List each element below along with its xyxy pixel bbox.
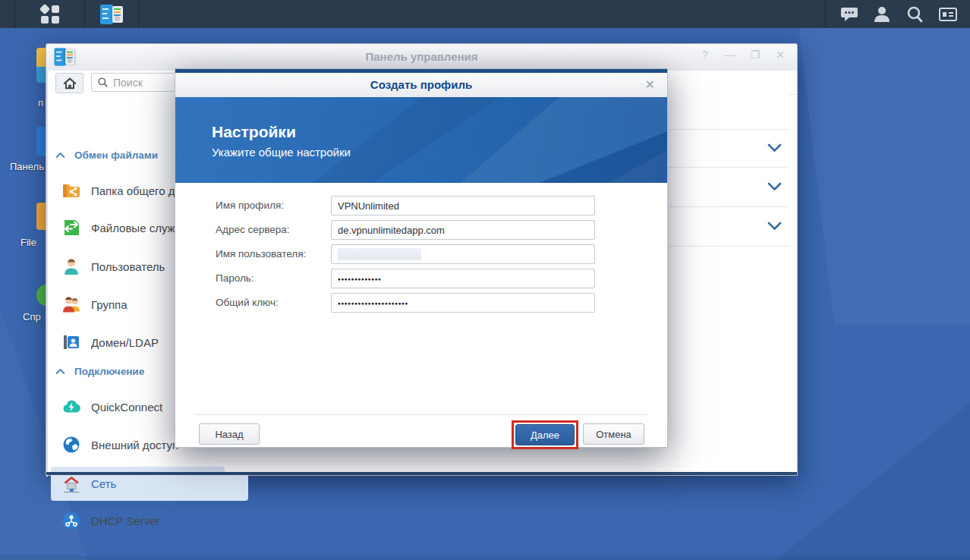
file-services-icon <box>61 218 81 238</box>
next-button-highlight: Далее <box>512 420 578 449</box>
sidebar-section-file-sharing[interactable]: Обмен файлами <box>55 149 158 161</box>
user-icon <box>61 256 81 276</box>
widgets-icon <box>937 4 959 25</box>
server-address-label: Адрес сервера: <box>216 220 289 240</box>
chevron-down-icon[interactable] <box>767 222 782 231</box>
close-button[interactable]: ✕ <box>774 49 786 61</box>
notifications-button[interactable] <box>835 0 864 28</box>
search-icon <box>904 4 925 25</box>
profile-name-label: Имя профиля: <box>216 196 284 216</box>
window-title: Панель управления <box>46 50 797 63</box>
control-panel-taskbar-button[interactable] <box>85 0 138 28</box>
chevron-down-icon[interactable] <box>767 143 782 153</box>
form-row-profile-name: Имя профиля: VPNUnlimited <box>175 196 667 216</box>
footer-divider <box>194 414 648 415</box>
domain-ldap-icon <box>61 332 81 352</box>
person-icon <box>871 4 893 25</box>
help-button[interactable]: ? <box>699 49 711 61</box>
desktop-icon-label[interactable]: п <box>38 97 43 109</box>
widgets-button[interactable] <box>933 0 963 28</box>
banner-title: Настройки <box>212 123 296 141</box>
password-label: Пароль: <box>216 269 254 288</box>
redacted-value <box>338 248 421 260</box>
banner-subtitle: Укажите общие настройки <box>212 146 351 159</box>
dialog-title: Создать профиль <box>175 78 667 91</box>
form-row-shared-key: Общий ключ: ●●●●●●●●●●●●●●●●●●●●● <box>175 293 667 313</box>
globe-icon <box>61 435 81 455</box>
home-button[interactable] <box>55 73 83 93</box>
window-titlebar[interactable]: Панель управления ? — ❐ ✕ <box>46 44 797 71</box>
taskbar-separator <box>825 0 826 28</box>
sidebar-section-connectivity[interactable]: Подключение <box>55 366 144 377</box>
search-button[interactable] <box>900 0 929 28</box>
form-row-password: Пароль: ●●●●●●●●●●●●● <box>175 269 667 288</box>
shared-folder-icon <box>61 181 81 200</box>
chevron-up-icon <box>55 152 65 159</box>
main-menu-button[interactable] <box>15 0 84 28</box>
search-icon <box>97 77 109 88</box>
apps-grid-icon <box>40 5 60 24</box>
home-icon <box>62 76 77 90</box>
chevron-down-icon[interactable] <box>767 182 782 191</box>
taskbar-separator <box>138 0 139 28</box>
close-icon[interactable]: ✕ <box>645 77 655 92</box>
shared-key-label: Общий ключ: <box>216 293 279 313</box>
group-icon <box>61 294 81 314</box>
form-row-server-address: Адрес сервера: de.vpnunlimitedapp.com <box>175 220 667 240</box>
sidebar-item-dhcp-server[interactable]: DHCP Server <box>51 506 248 535</box>
cancel-button[interactable]: Отмена <box>583 423 644 445</box>
quickconnect-icon <box>61 397 81 417</box>
desktop-icon-label[interactable]: Панель <box>10 161 44 172</box>
server-address-input[interactable]: de.vpnunlimitedapp.com <box>331 220 595 240</box>
control-panel-icon <box>100 5 123 24</box>
profile-name-input[interactable]: VPNUnlimited <box>331 196 595 216</box>
dialog-header[interactable]: Создать профиль ✕ <box>175 73 667 98</box>
dialog-banner: Настройки Укажите общие настройки <box>175 97 667 183</box>
dhcp-icon <box>61 511 81 530</box>
chevron-up-icon <box>55 368 65 375</box>
create-profile-dialog: Создать профиль ✕ Настройки Укажите общи… <box>175 68 668 448</box>
minimize-button[interactable]: — <box>724 49 736 61</box>
taskbar <box>0 0 970 28</box>
maximize-button[interactable]: ❐ <box>749 49 761 61</box>
back-button[interactable]: Назад <box>199 423 260 445</box>
form-row-username: Имя пользователя: <box>175 244 667 264</box>
user-menu-button[interactable] <box>868 0 896 28</box>
username-label: Имя пользователя: <box>216 244 306 264</box>
username-input[interactable] <box>331 244 595 264</box>
shared-key-input[interactable]: ●●●●●●●●●●●●●●●●●●●●● <box>331 293 595 313</box>
network-home-icon <box>61 474 81 494</box>
chat-bubble-icon <box>839 4 860 25</box>
next-button[interactable]: Далее <box>515 424 575 445</box>
desktop: п Панель File Спр <box>0 0 970 560</box>
desktop-icon-label[interactable]: Спр <box>23 311 41 322</box>
search-placeholder: Поиск <box>113 77 143 89</box>
desktop-icon-label[interactable]: File <box>20 237 36 248</box>
password-input[interactable]: ●●●●●●●●●●●●● <box>331 269 595 288</box>
window-bottom-edge <box>46 472 797 475</box>
